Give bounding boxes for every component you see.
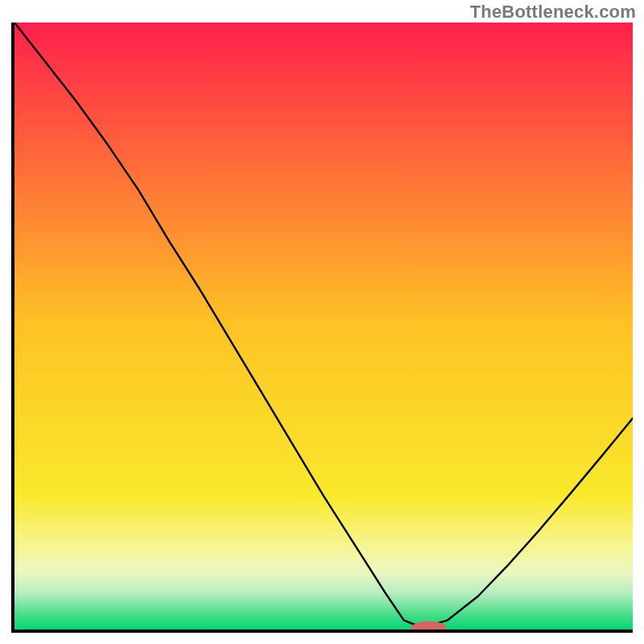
- attribution-text: TheBottleneck.com: [470, 2, 636, 23]
- chart-svg: [14, 23, 633, 630]
- gradient-background: [14, 23, 633, 630]
- plot-area: [11, 23, 633, 633]
- chart-frame: TheBottleneck.com: [0, 0, 644, 644]
